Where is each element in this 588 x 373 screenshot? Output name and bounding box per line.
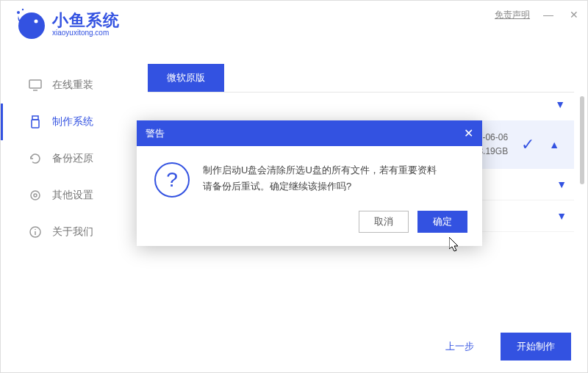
dialog-title: 警告 (146, 127, 165, 140)
warning-dialog: 警告 ✕ ? 制作启动U盘会清除所选U盘的所有文件，若有重要资料 请备份后重试。… (137, 120, 482, 246)
question-icon: ? (154, 162, 190, 198)
ok-button[interactable]: 确定 (417, 211, 467, 233)
dialog-message: 制作启动U盘会清除所选U盘的所有文件，若有重要资料 请备份后重试。确定继续该操作… (203, 162, 437, 198)
cancel-button[interactable]: 取消 (359, 211, 409, 233)
dialog-close-icon[interactable]: ✕ (464, 126, 473, 140)
